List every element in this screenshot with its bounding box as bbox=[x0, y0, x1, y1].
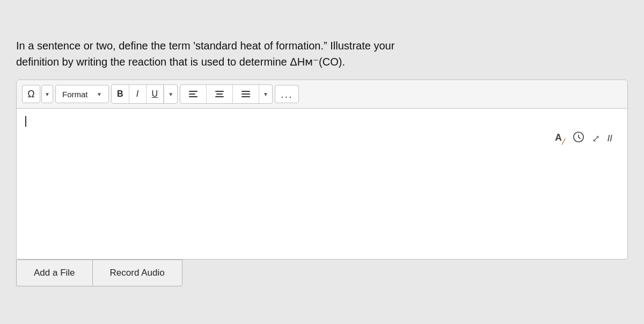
editor-bottom-icons: A╱ ⤢ // bbox=[25, 127, 619, 150]
format-chevron-icon: ▼ bbox=[97, 91, 102, 97]
format-dropdown[interactable]: Format ▼ bbox=[55, 85, 109, 103]
toolbar: Ω ▼ Format ▼ B I U bbox=[17, 80, 627, 109]
record-audio-button[interactable]: Record Audio bbox=[92, 260, 182, 286]
biu-group: B I U ▼ bbox=[111, 84, 178, 104]
editor-body[interactable]: A╱ ⤢ // bbox=[17, 109, 627, 259]
accessibility-icon[interactable] bbox=[573, 131, 584, 146]
omega-button[interactable]: Ω bbox=[22, 85, 40, 103]
italic-button[interactable]: I bbox=[129, 85, 147, 103]
action-buttons: Add a File Record Audio bbox=[16, 260, 628, 286]
align-left-icon bbox=[185, 88, 202, 100]
text-cursor bbox=[25, 116, 26, 127]
biu-chevron-button[interactable]: ▼ bbox=[164, 85, 177, 103]
expand-icon[interactable]: ⤢ bbox=[592, 133, 600, 145]
omega-chevron-button[interactable]: ▼ bbox=[41, 85, 53, 103]
align-left-button[interactable] bbox=[180, 85, 207, 103]
alignment-group: ▼ bbox=[180, 84, 273, 104]
add-file-button[interactable]: Add a File bbox=[16, 260, 92, 286]
font-color-icon[interactable]: A╱ bbox=[555, 132, 565, 145]
more-options-button[interactable]: ... bbox=[275, 85, 299, 103]
question-text: In a sentence or two, define the term 's… bbox=[16, 38, 628, 70]
bold-button[interactable]: B bbox=[112, 85, 129, 103]
editor-wrapper: Ω ▼ Format ▼ B I U bbox=[16, 80, 628, 260]
code-icon[interactable]: // bbox=[608, 134, 612, 143]
align-center-icon bbox=[211, 88, 228, 100]
omega-group: Ω ▼ bbox=[22, 85, 53, 103]
align-center-button[interactable] bbox=[207, 85, 233, 103]
align-justify-icon bbox=[237, 88, 254, 100]
align-justify-button[interactable] bbox=[233, 85, 259, 103]
underline-button[interactable]: U bbox=[147, 85, 164, 103]
alignment-chevron-button[interactable]: ▼ bbox=[259, 85, 272, 103]
